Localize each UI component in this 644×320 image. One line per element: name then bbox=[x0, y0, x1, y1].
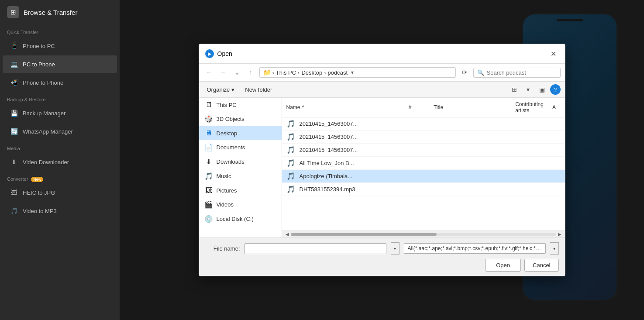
local-disk-c-icon: 💿 bbox=[204, 215, 213, 223]
view-grid-button[interactable]: ⊞ bbox=[508, 83, 520, 96]
path-part-separator1: › bbox=[272, 69, 274, 76]
dialog-bottom: File name: ▾ All(*.aac;*.ape;*.avi;*.bmp… bbox=[199, 237, 565, 276]
file-name-1: 20210415_14563007... bbox=[300, 120, 420, 127]
pc-to-phone-icon: 💻 bbox=[10, 60, 18, 69]
heic-to-jpg-icon: 🖼 bbox=[10, 188, 18, 197]
documents-icon: 📄 bbox=[204, 143, 213, 151]
file-item-4[interactable]: 🎵 All Time Low_Jon B... bbox=[282, 157, 565, 170]
panel-label-pictures: Pictures bbox=[217, 187, 237, 194]
file-item-2[interactable]: 🎵 20210415_14563007... bbox=[282, 131, 565, 144]
open-dialog: ▶ Open ✕ ← → ⌄ ↑ 📁 › This PC › Desktop bbox=[199, 44, 565, 276]
panel-label-documents: Documents bbox=[217, 144, 245, 151]
file-icon-3: 🎵 bbox=[286, 146, 296, 154]
sidebar-item-video-to-mp3[interactable]: 🎵 Video to MP3 bbox=[3, 202, 117, 220]
open-button[interactable]: Open bbox=[485, 259, 521, 272]
sidebar-item-pc-to-phone[interactable]: 💻 PC to Phone bbox=[3, 55, 117, 73]
dialog-title-text: Open bbox=[217, 50, 232, 57]
help-button[interactable]: ? bbox=[550, 84, 561, 95]
col-header-contributing[interactable]: Contributing artists bbox=[511, 100, 548, 115]
panel-item-videos[interactable]: 🎬 Videos bbox=[199, 197, 282, 212]
file-name-3: 20210415_14563007... bbox=[300, 147, 420, 153]
panel-item-downloads[interactable]: ⬇ Downloads bbox=[199, 155, 282, 169]
file-name-2: 20210415_14563007... bbox=[300, 134, 420, 140]
panel-label-desktop: Desktop bbox=[217, 130, 238, 137]
panel-item-local-disk-c[interactable]: 💿 Local Disk (C:) bbox=[199, 212, 282, 226]
file-icon-2: 🎵 bbox=[286, 133, 296, 141]
col-header-a[interactable]: A bbox=[548, 103, 565, 112]
sidebar-item-phone-to-phone[interactable]: 📲 Phone to Phone bbox=[3, 74, 117, 91]
path-this-pc: This PC bbox=[276, 69, 296, 76]
search-input[interactable] bbox=[487, 69, 552, 76]
forward-button[interactable]: → bbox=[217, 67, 229, 78]
sidebar-item-heic-to-jpg[interactable]: 🖼 HEIC to JPG bbox=[3, 184, 117, 201]
panel-item-desktop[interactable]: 🖥 Desktop bbox=[199, 126, 282, 140]
h-scroll-thumb[interactable] bbox=[291, 233, 437, 236]
video-to-mp3-icon: 🎵 bbox=[10, 206, 18, 215]
file-item-1[interactable]: 🎵 20210415_14563007... bbox=[282, 117, 565, 131]
organize-label: Organize bbox=[207, 86, 230, 93]
panel-label-downloads: Downloads bbox=[217, 158, 245, 165]
col-header-name[interactable]: Name ^ bbox=[282, 103, 404, 112]
col-a-label: A bbox=[552, 104, 556, 110]
sidebar-label-backup-manager: Backup Manager bbox=[23, 110, 65, 117]
sidebar-item-video-downloader[interactable]: ⬇ Video Downloader bbox=[3, 153, 117, 171]
col-header-title[interactable]: Title bbox=[429, 103, 511, 112]
panel-label-music: Music bbox=[217, 173, 231, 179]
organize-button[interactable]: Organize ▾ bbox=[203, 85, 238, 95]
horizontal-scrollbar[interactable]: ◀ ▶ bbox=[282, 231, 565, 237]
music-icon: 🎵 bbox=[204, 172, 213, 180]
h-scroll-left-button[interactable]: ◀ bbox=[284, 232, 291, 237]
sidebar-label-phone-to-pc: Phone to PC bbox=[23, 43, 55, 49]
filename-row: File name: ▾ All(*.aac;*.ape;*.avi;*.bmp… bbox=[205, 242, 559, 255]
path-desktop: Desktop bbox=[301, 69, 322, 76]
new-folder-label: New folder bbox=[245, 86, 272, 93]
col-header-num[interactable]: # bbox=[404, 103, 429, 112]
action-row: Open Cancel bbox=[205, 259, 559, 272]
pane-button[interactable]: ▣ bbox=[536, 83, 548, 96]
col-title-label: Title bbox=[434, 104, 443, 110]
h-scroll-track[interactable] bbox=[291, 233, 556, 236]
new-folder-button[interactable]: New folder bbox=[241, 85, 276, 95]
panel-label-this-pc: This PC bbox=[217, 102, 237, 108]
file-item-3[interactable]: 🎵 20210415_14563007... bbox=[282, 144, 565, 157]
media-label: Media bbox=[0, 141, 120, 153]
file-item-5[interactable]: 🎵 Apologize (Timbala... bbox=[282, 170, 565, 183]
converter-label: Converter New bbox=[0, 171, 120, 183]
filename-input[interactable] bbox=[245, 243, 386, 254]
dropdown-button[interactable]: ⌄ bbox=[231, 67, 243, 78]
sidebar-label-video-downloader: Video Downloader bbox=[23, 159, 69, 165]
sidebar-item-whatsapp-manager[interactable]: 🔄 WhatsApp Manager bbox=[3, 123, 117, 140]
panel-item-3d-objects[interactable]: 🎲 3D Objects bbox=[199, 112, 282, 126]
file-item-6[interactable]: 🎵 DHT5831552394.mp3 bbox=[282, 183, 565, 196]
phone-to-pc-icon: 📱 bbox=[10, 41, 18, 50]
dialog-close-button[interactable]: ✕ bbox=[548, 48, 559, 59]
videos-icon: 🎬 bbox=[204, 200, 213, 209]
dialog-toolbar: Organize ▾ New folder ⊞ ▾ ▣ ? bbox=[199, 82, 565, 98]
up-button[interactable]: ↑ bbox=[245, 67, 257, 78]
dialog-overlay: ▶ Open ✕ ← → ⌄ ↑ 📁 › This PC › Desktop bbox=[120, 0, 644, 320]
panel-item-documents[interactable]: 📄 Documents bbox=[199, 140, 282, 155]
sidebar-title: Browse & Transfer bbox=[24, 9, 77, 16]
sidebar-item-backup-manager[interactable]: 💾 Backup Manager bbox=[3, 104, 117, 122]
cancel-button[interactable]: Cancel bbox=[524, 259, 558, 272]
logo-char: ▶ bbox=[208, 51, 211, 57]
browse-transfer-icon: ⊞ bbox=[7, 6, 19, 18]
panel-item-pictures[interactable]: 🖼 Pictures bbox=[199, 183, 282, 197]
file-icon-4: 🎵 bbox=[286, 159, 296, 167]
left-panel: 🖥 This PC 🎲 3D Objects 🖥 Desktop 📄 Docum… bbox=[199, 98, 282, 237]
panel-item-this-pc[interactable]: 🖥 This PC bbox=[199, 98, 282, 112]
address-path[interactable]: 📁 › This PC › Desktop › podcast ▾ bbox=[259, 67, 456, 78]
sidebar-item-phone-to-pc[interactable]: 📱 Phone to PC bbox=[3, 37, 117, 55]
filetype-dropdown-button[interactable]: ▾ bbox=[550, 242, 559, 255]
dialog-body: 🖥 This PC 🎲 3D Objects 🖥 Desktop 📄 Docum… bbox=[199, 98, 565, 237]
refresh-button[interactable]: ⟳ bbox=[458, 66, 471, 79]
toolbar-right: ⊞ ▾ ▣ ? bbox=[508, 83, 561, 96]
back-button[interactable]: ← bbox=[203, 67, 215, 78]
filename-dropdown-button[interactable]: ▾ bbox=[391, 242, 399, 255]
panel-item-music[interactable]: 🎵 Music bbox=[199, 169, 282, 183]
main-area: Select Files ▶ Open ✕ ← → ⌄ ↑ bbox=[120, 0, 644, 320]
path-dropdown-button[interactable]: ▾ bbox=[349, 69, 355, 76]
h-scroll-right-button[interactable]: ▶ bbox=[556, 232, 563, 237]
sidebar-label-video-to-mp3: Video to MP3 bbox=[23, 208, 57, 214]
view-dropdown-button[interactable]: ▾ bbox=[522, 83, 534, 96]
